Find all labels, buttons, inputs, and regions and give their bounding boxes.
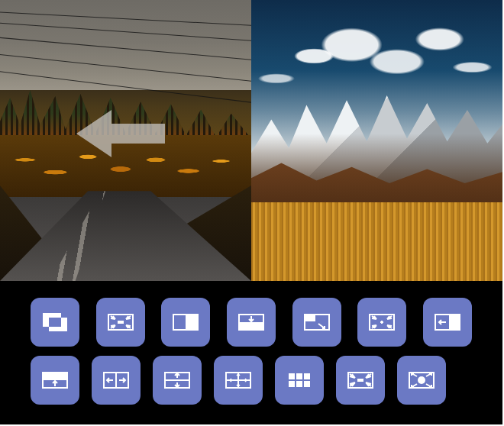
- transition-split-vertical[interactable]: [153, 356, 202, 405]
- svg-rect-8: [239, 322, 263, 330]
- arrow-left-icon: [75, 107, 166, 160]
- preview-clip-b: [251, 0, 502, 281]
- svg-rect-25: [289, 373, 295, 379]
- transition-row-1: [31, 298, 472, 347]
- transition-wipe-corner[interactable]: [292, 298, 341, 347]
- transition-zoom-in[interactable]: [357, 298, 406, 347]
- svg-rect-10: [305, 315, 315, 321]
- svg-rect-6: [186, 315, 198, 330]
- transition-grid[interactable]: [275, 356, 324, 405]
- video-transition-picker: [0, 0, 502, 424]
- svg-rect-27: [304, 373, 310, 379]
- svg-rect-2: [49, 318, 61, 327]
- transition-row-2: [31, 356, 472, 405]
- svg-rect-29: [296, 381, 302, 387]
- preview-area: [0, 0, 502, 281]
- preview-clip-a: [0, 0, 251, 281]
- transition-split-horizontal[interactable]: [92, 356, 141, 405]
- svg-rect-4: [118, 321, 124, 324]
- transition-crossfade[interactable]: [31, 298, 79, 347]
- transition-slide-left[interactable]: [423, 298, 472, 347]
- transition-iris[interactable]: [397, 356, 446, 405]
- transition-wipe-right[interactable]: [161, 298, 210, 347]
- transition-wipe-down[interactable]: [227, 298, 276, 347]
- svg-rect-17: [43, 373, 67, 380]
- svg-rect-30: [304, 381, 310, 387]
- transition-panel: [0, 281, 502, 424]
- transition-squeeze[interactable]: [336, 356, 385, 405]
- svg-rect-32: [357, 379, 363, 382]
- svg-rect-15: [449, 315, 460, 330]
- svg-rect-28: [289, 381, 295, 387]
- svg-point-34: [418, 376, 425, 384]
- transition-wipe-up[interactable]: [31, 356, 79, 405]
- transition-expand-center[interactable]: [214, 356, 263, 405]
- svg-rect-26: [296, 373, 302, 379]
- transition-zoom-out[interactable]: [96, 298, 145, 347]
